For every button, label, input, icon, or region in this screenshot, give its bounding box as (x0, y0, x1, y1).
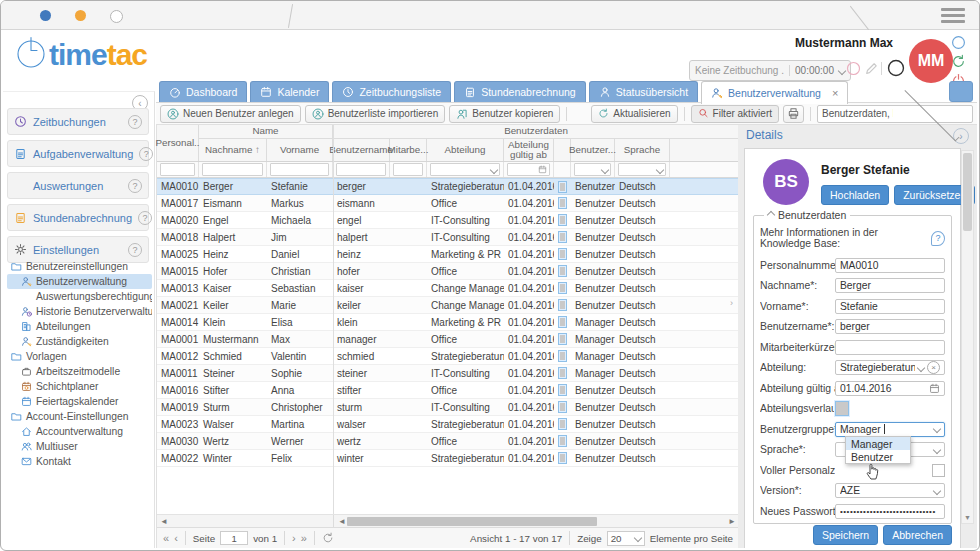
column-header-sprache[interactable]: Sprache (615, 139, 670, 161)
tab-dashboard[interactable]: Dashboard (159, 81, 247, 102)
help-icon[interactable]: ? (128, 243, 142, 257)
scroll-left-icon[interactable]: ◄ (159, 517, 169, 526)
benutzerliste-importieren-button[interactable]: Benutzerliste importieren (305, 105, 446, 123)
scroll-right-icon[interactable]: ► (727, 517, 737, 526)
department-history-button[interactable] (558, 452, 567, 464)
sidebar-item-account-einstellungen[interactable]: Account-Einstellungen (7, 409, 152, 424)
filter-vorname[interactable] (267, 162, 333, 177)
neues-passwort-input[interactable]: ••••••••••••••••••••••••••••• (835, 504, 945, 519)
table-row-ma0011[interactable]: MA0011SteinerSophiesteinerIT-Consulting0… (157, 365, 739, 382)
filter-benutzer[interactable] (571, 162, 615, 177)
filter-input[interactable] (160, 163, 195, 176)
reload-button[interactable] (951, 54, 966, 73)
filter-select[interactable] (618, 163, 666, 176)
help-icon[interactable]: ? (139, 147, 153, 161)
filter-abteilung-g-ltig-ab[interactable] (504, 162, 554, 177)
table-row-ma0020[interactable]: MA0020EngelMichaelaengelIT-Consulting01.… (157, 212, 739, 229)
help-icon[interactable]: ? (128, 179, 142, 193)
sidebar-item-feiertagskalender[interactable]: Feiertagskalender (7, 394, 152, 409)
department-history-button[interactable] (558, 435, 567, 447)
column-header-nachname[interactable]: Nachname ↑ (199, 139, 267, 161)
filter-abteilung[interactable] (427, 162, 504, 177)
tab-stundenabrechnung[interactable]: Stundenabrechnung (454, 81, 586, 102)
first-page-button[interactable]: « (163, 533, 169, 543)
clear-icon[interactable]: × (927, 361, 940, 374)
tab-status-bersicht[interactable]: Statusübersicht (589, 81, 698, 102)
sidebar-section-zeitbuchungen[interactable]: Zeitbuchungen? (7, 108, 149, 135)
scroll-thumb[interactable] (963, 153, 972, 231)
scroll-down-icon[interactable]: ▼ (962, 514, 973, 521)
table-row-ma0014[interactable]: MA0014KleinElisakleinMarketing & PR01.04… (157, 314, 739, 331)
tab-kalender[interactable]: Kalender (250, 81, 329, 102)
filter-personal[interactable] (157, 162, 199, 177)
voller-personalzugriff-checkbox[interactable] (932, 464, 945, 477)
department-history-button[interactable] (558, 350, 567, 362)
table-row-ma0013[interactable]: MA0013KaiserSebastiankaiserChange Manage… (157, 280, 739, 297)
tab-close-icon[interactable]: × (832, 88, 838, 98)
nachname-input[interactable]: Berger (835, 278, 945, 293)
details-scrollbar[interactable]: ▼ (961, 150, 974, 524)
tips-button[interactable] (949, 81, 973, 102)
table-row-ma0022[interactable]: MA0022WinterFelixwinterStrategieberatung… (157, 450, 739, 467)
department-history-button[interactable] (558, 282, 567, 294)
sidebar-section-auswertungen[interactable]: Auswertungen? (7, 172, 149, 199)
mitarbeiterk-rzel-input[interactable] (835, 340, 945, 355)
filter-mitarbe[interactable] (390, 162, 427, 177)
collapse-section-icon[interactable] (767, 211, 775, 219)
window-dot-blue-icon[interactable] (40, 10, 51, 21)
last-page-button[interactable]: » (301, 533, 307, 543)
abteilung-g-ltig-ab-input[interactable]: 01.04.2016 (835, 381, 945, 396)
department-history-button[interactable] (558, 248, 567, 260)
filter-nachname[interactable] (199, 162, 267, 177)
sidebar-item-benutzereinstellungen[interactable]: Benutzereinstellungen (7, 259, 152, 274)
column-header-vorname[interactable]: Vorname (267, 139, 333, 161)
column-header-benutzer[interactable]: Benutzer... (571, 139, 615, 161)
refresh-icon[interactable] (322, 532, 334, 544)
department-history-button[interactable] (558, 367, 567, 379)
filter-sprache[interactable] (615, 162, 670, 177)
column-header-abteilung-g-ltig-ab[interactable]: Abteilung gültig ab (504, 139, 554, 161)
help-icon[interactable]: ? (138, 211, 152, 225)
benutzergruppe-select[interactable]: Manager (835, 422, 945, 437)
table-row-ma0012[interactable]: MA0012SchmiedValentinschmiedStrategieber… (157, 348, 739, 365)
prev-page-button[interactable]: ‹ (174, 533, 178, 543)
filter-input[interactable] (202, 163, 263, 176)
sidebar-item-multiuser[interactable]: Multiuser (7, 439, 152, 454)
table-row-ma0023[interactable]: MA0023WalserMartinawalserStrategieberatu… (157, 416, 739, 433)
benutzername-input[interactable]: berger (835, 319, 945, 334)
tab-benutzerverwaltung[interactable]: Benutzerverwaltung× (701, 81, 848, 104)
table-row-ma0010[interactable]: MA0010BergerStefaniebergerStrategieberat… (157, 178, 739, 195)
table-row-ma0021[interactable]: MA0021KeilerMariekeilerChange Management… (157, 297, 739, 314)
stop-tracking-button[interactable] (846, 61, 861, 80)
abteilungsverlauf-button[interactable] (835, 401, 849, 416)
edit-booking-button[interactable] (864, 61, 879, 80)
version-select[interactable]: AZE (835, 483, 945, 498)
benutzer-kopieren-button[interactable]: Benutzer kopieren (449, 105, 560, 123)
sidebar-item-benutzerverwaltung[interactable]: Benutzerverwaltung (7, 274, 152, 289)
sidebar-item-arbeitszeitmodelle[interactable]: Arbeitszeitmodelle (7, 364, 152, 379)
sidebar-item-abteilungen[interactable]: Abteilungen (7, 319, 152, 334)
chevron-down-icon[interactable] (838, 66, 846, 74)
vorname-input[interactable]: Stefanie (835, 299, 945, 314)
sidebar-section-stundenabrechnung[interactable]: Stundenabrechnung? (7, 204, 149, 231)
sidebar-item-auswertungsberechtigungen[interactable]: Auswertungsberechtigungen (7, 289, 152, 304)
filter-select[interactable] (574, 163, 611, 176)
filter-active-button[interactable]: Filter aktiviert (691, 105, 779, 123)
upload-photo-button[interactable]: Hochladen (821, 185, 889, 205)
sidebar-item-schichtplaner[interactable]: Schichtplaner (7, 379, 152, 394)
print-button[interactable] (783, 105, 804, 123)
table-row-ma0017[interactable]: MA0017EismannMarkuseismannOffice01.04.20… (157, 195, 739, 212)
column-header-benutzername[interactable]: Benutzername (333, 139, 390, 161)
next-page-button[interactable]: › (292, 533, 296, 543)
filter-input[interactable] (336, 163, 386, 176)
horizontal-scrollbar[interactable]: ◄ ◄ ► (157, 514, 739, 528)
department-history-button[interactable] (558, 197, 567, 209)
table-row-ma0015[interactable]: MA0015HoferChristianhoferOffice01.04.201… (157, 263, 739, 280)
department-history-button[interactable] (558, 384, 567, 396)
save-button[interactable]: Speichern (813, 525, 878, 545)
user-avatar[interactable]: MM (909, 39, 953, 83)
knowledge-base-help-icon[interactable]: ? (931, 231, 945, 246)
sidebar-item-historie-benutzerverwaltung[interactable]: Historie Benutzerverwaltung (7, 304, 152, 319)
table-row-ma0016[interactable]: MA0016StifterAnnastifterOffice01.04.2016… (157, 382, 739, 399)
scroll-thumb[interactable] (347, 517, 597, 526)
